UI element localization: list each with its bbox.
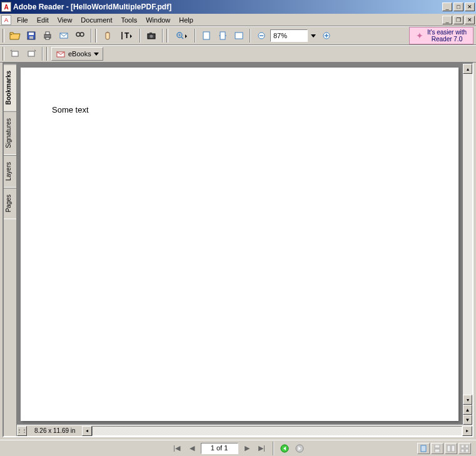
menu-help[interactable]: Help — [175, 15, 198, 25]
single-page-view-button[interactable] — [417, 443, 430, 454]
menu-window[interactable]: Window — [141, 15, 175, 25]
tab-layers[interactable]: Layers — [4, 155, 16, 188]
svg-rect-37 — [461, 445, 464, 448]
separator — [42, 47, 43, 61]
page-nav-group: |◀ ◀ 1 of 1 ▶ ▶| — [171, 442, 306, 455]
continuous-view-button[interactable] — [431, 443, 443, 454]
separator — [195, 29, 196, 43]
forward-button[interactable] — [293, 442, 306, 455]
menu-edit[interactable]: Edit — [33, 15, 53, 25]
rotate-ccw-button[interactable] — [8, 46, 23, 61]
save-button[interactable] — [24, 28, 39, 43]
svg-rect-36 — [452, 445, 455, 452]
mdi-minimize-button[interactable]: _ — [442, 16, 452, 24]
toolbar-grip[interactable] — [3, 47, 4, 61]
mdi-close-button[interactable]: ✕ — [465, 16, 475, 24]
menu-view[interactable]: View — [53, 15, 77, 25]
app-name: Adobe Reader — [13, 3, 64, 11]
zoom-in-plus-button[interactable] — [319, 28, 334, 43]
vertical-scrollbar[interactable]: ▴ ▾ ▲ ▼ — [462, 64, 472, 425]
tab-bookmarks[interactable]: Bookmarks — [4, 64, 16, 111]
zoom-input[interactable]: 87% — [270, 29, 308, 42]
svg-line-16 — [181, 37, 183, 39]
text-select-button[interactable]: T — [116, 28, 136, 43]
zoom-out-button[interactable] — [254, 28, 269, 43]
menubar: A File Edit View Document Tools Window H… — [0, 14, 476, 26]
toolbar-grip[interactable] — [166, 29, 168, 43]
page-down-button[interactable]: ▼ — [463, 415, 472, 425]
scroll-track[interactable] — [463, 74, 472, 395]
svg-rect-14 — [149, 33, 152, 34]
snapshot-button[interactable] — [144, 28, 159, 43]
app-icon: A — [1, 2, 11, 12]
menu-tools[interactable]: Tools — [117, 15, 142, 25]
svg-text:T: T — [124, 31, 129, 40]
open-button[interactable] — [8, 28, 23, 43]
document-text: Some text — [52, 105, 89, 114]
facing-view-button[interactable] — [445, 443, 457, 454]
page-number-input[interactable]: 1 of 1 — [201, 443, 238, 454]
separator — [91, 29, 92, 43]
promo-line1: It's easier with — [427, 29, 467, 36]
hand-tool-button[interactable] — [100, 28, 115, 43]
horizontal-scroll-track[interactable] — [92, 426, 462, 436]
ebooks-button[interactable]: eBooks — [51, 47, 103, 61]
toolbar-grip[interactable] — [46, 47, 48, 61]
scroll-left-button[interactable]: ◂ — [82, 426, 92, 436]
prev-page-button[interactable]: ◀ — [186, 442, 198, 455]
svg-rect-20 — [220, 32, 225, 39]
navigation-panel: Bookmarks Signatures Layers Pages — [4, 64, 17, 436]
secondary-toolbar: eBooks — [0, 45, 476, 63]
svg-rect-19 — [203, 32, 210, 39]
view-mode-group — [417, 443, 471, 454]
rotate-cw-button[interactable] — [24, 46, 39, 61]
toolbar-grip[interactable] — [3, 29, 4, 43]
zoom-in-button[interactable] — [171, 28, 191, 43]
svg-rect-2 — [29, 36, 33, 39]
fit-page-button[interactable] — [215, 28, 230, 43]
svg-rect-38 — [465, 445, 468, 448]
page-up-button[interactable]: ▲ — [463, 405, 472, 415]
doc-icon: A — [1, 15, 11, 25]
last-page-button[interactable]: ▶| — [256, 442, 268, 455]
separator — [273, 442, 274, 455]
svg-rect-32 — [421, 445, 426, 452]
fit-width-button[interactable] — [231, 28, 246, 43]
ebooks-icon — [56, 49, 66, 58]
tab-signatures[interactable]: Signatures — [4, 111, 16, 155]
document-filename: [HelloWorldMultiplePDF.pdf] — [71, 3, 171, 11]
back-button[interactable] — [278, 442, 291, 455]
tab-pages[interactable]: Pages — [4, 188, 16, 219]
print-button[interactable] — [40, 28, 55, 43]
separator — [139, 29, 141, 43]
continuous-facing-view-button[interactable] — [458, 443, 471, 454]
email-button[interactable] — [56, 28, 71, 43]
page-of-label: 1 of 1 — [211, 444, 228, 452]
page-size-label: 8.26 x 11.69 in — [28, 427, 82, 434]
close-button[interactable]: ✕ — [465, 3, 475, 11]
first-page-button[interactable]: |◀ — [171, 442, 183, 455]
scroll-down-button[interactable]: ▾ — [463, 395, 472, 405]
next-page-button[interactable]: ▶ — [241, 442, 253, 455]
svg-rect-21 — [235, 33, 243, 39]
actual-size-button[interactable] — [199, 28, 214, 43]
promo-banner[interactable]: ✦ It's easier with Reader 7.0 — [409, 27, 473, 44]
maximize-button[interactable]: □ — [453, 3, 463, 11]
menu-document[interactable]: Document — [76, 15, 116, 25]
horizontal-status-bar: ⋮⋮ 8.26 x 11.69 in ◂ ▸ — [17, 425, 472, 436]
svg-rect-5 — [46, 38, 49, 39]
content-area: Bookmarks Signatures Layers Pages Some t… — [3, 63, 473, 437]
titlebar-text: Adobe Reader - [HelloWorldMultiplePDF.pd… — [13, 3, 442, 11]
toolbar-grip[interactable] — [95, 29, 97, 43]
scroll-right-button[interactable]: ▸ — [462, 426, 472, 436]
separator — [250, 29, 251, 43]
menu-file[interactable]: File — [13, 15, 33, 25]
mdi-restore-button[interactable]: ❐ — [453, 16, 463, 24]
search-button[interactable] — [73, 28, 88, 43]
svg-rect-28 — [28, 51, 34, 56]
zoom-dropdown-button[interactable] — [309, 28, 318, 43]
resize-grip[interactable]: ⋮⋮ — [17, 426, 27, 436]
scroll-up-button[interactable]: ▴ — [463, 64, 472, 74]
minimize-button[interactable]: _ — [442, 3, 452, 11]
document-viewport[interactable]: Some text ▴ ▾ ▲ ▼ — [17, 64, 472, 425]
